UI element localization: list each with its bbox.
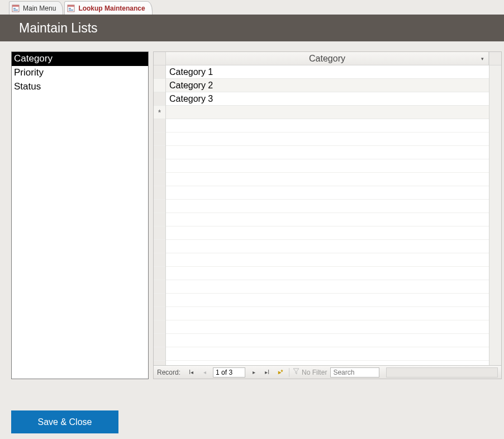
nav-next-button[interactable]: ▸ <box>249 367 259 377</box>
lookup-type-listbox[interactable]: Category Priority Status <box>11 51 149 379</box>
row-selector-new[interactable]: * <box>154 106 165 119</box>
form-header: Maintain Lists <box>0 15 504 41</box>
svg-rect-6 <box>69 8 71 9</box>
svg-rect-2 <box>13 8 16 9</box>
page-title: Maintain Lists <box>19 21 98 36</box>
tab-lookup-maintenance[interactable]: Lookup Maintenance <box>64 1 152 15</box>
scrollbar-corner <box>489 52 501 65</box>
list-item[interactable]: Category <box>12 52 148 66</box>
svg-rect-1 <box>12 5 19 7</box>
column-header-category[interactable]: Category ▾ <box>166 52 489 65</box>
column-dropdown-icon[interactable]: ▾ <box>481 56 484 62</box>
datasheet-body: * Category 1 Category 2 Category 3 <box>154 65 501 365</box>
horizontal-scrollbar[interactable] <box>386 367 498 377</box>
separator <box>289 368 289 377</box>
data-cell[interactable]: Category 1 <box>166 65 489 79</box>
column-header-label: Category <box>309 54 345 64</box>
nav-first-button[interactable]: I◂ <box>186 367 196 377</box>
nav-prev-button[interactable]: ◂ <box>199 367 210 377</box>
record-label: Record: <box>157 369 180 376</box>
form-icon <box>12 4 20 12</box>
new-record-marker-icon: * <box>158 108 161 117</box>
row-selector[interactable] <box>154 79 165 92</box>
row-selector[interactable] <box>154 92 165 106</box>
document-tabs-bar: Main Menu Lookup Maintenance <box>0 0 504 15</box>
vertical-scrollbar[interactable] <box>489 65 501 365</box>
nav-last-button[interactable]: ▸I <box>262 367 272 377</box>
row-selector-column: * <box>154 65 166 365</box>
svg-rect-7 <box>69 10 73 11</box>
search-input[interactable] <box>330 367 379 377</box>
tab-label: Main Menu <box>23 4 56 12</box>
data-cell-new[interactable] <box>166 106 489 119</box>
filter-label: No Filter <box>302 369 327 376</box>
datasheet-subform: Category ▾ * Category 1 Category 2 Categ… <box>153 51 502 379</box>
tab-main-menu[interactable]: Main Menu <box>9 1 63 15</box>
svg-rect-3 <box>13 10 18 11</box>
filter-indicator[interactable]: No Filter <box>293 368 327 376</box>
nav-new-record-button[interactable]: ▸* <box>275 367 286 377</box>
save-and-close-button[interactable]: Save & Close <box>11 410 118 433</box>
select-all-corner[interactable] <box>154 52 166 65</box>
filter-icon <box>293 368 299 376</box>
data-cell[interactable]: Category 2 <box>166 79 489 92</box>
form-icon <box>67 4 75 12</box>
record-position-input[interactable] <box>213 367 245 377</box>
work-area: Category Priority Status Category ▾ * C <box>0 41 504 379</box>
list-item[interactable]: Status <box>12 80 148 94</box>
datasheet-header-row: Category ▾ <box>154 52 501 65</box>
row-selector[interactable] <box>154 65 165 79</box>
svg-rect-5 <box>68 5 74 7</box>
record-navigator: Record: I◂ ◂ ▸ ▸I ▸* No Filter <box>154 365 501 379</box>
tab-label: Lookup Maintenance <box>78 4 145 12</box>
data-column: Category 1 Category 2 Category 3 <box>166 65 489 365</box>
data-cell[interactable]: Category 3 <box>166 92 489 106</box>
list-item[interactable]: Priority <box>12 66 148 80</box>
